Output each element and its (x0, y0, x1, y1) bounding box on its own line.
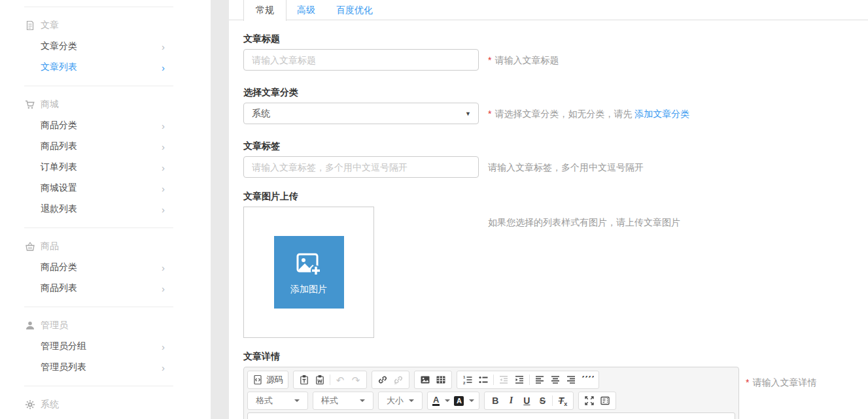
paste-text-button[interactable] (296, 372, 312, 388)
chevron-right-icon: › (162, 163, 165, 173)
main-content: 常规 高级 百度优化 文章标题 *请输入文章标题 选择文章分类 系统 (229, 0, 868, 419)
user-icon (25, 320, 35, 331)
align-right-button[interactable] (563, 372, 579, 388)
bullet-list-button[interactable] (476, 372, 491, 388)
sidebar-item-article-category[interactable]: 文章分类 › (0, 36, 211, 57)
category-select[interactable]: 系统 ▼ (243, 103, 479, 124)
increase-indent-button[interactable] (512, 372, 527, 388)
image-upload-dropzone[interactable]: 添加图片 (243, 207, 374, 338)
toolbar-group-insert (414, 371, 452, 389)
decrease-indent-button[interactable] (496, 372, 512, 388)
editor-content-area[interactable] (247, 412, 735, 419)
chevron-right-icon: › (162, 142, 165, 152)
field-hint: *请选择文章分类，如无分类，请先 添加文章分类 (488, 107, 689, 120)
blockquote-button[interactable]: ”” (579, 372, 596, 388)
sidebar-item-article-list[interactable]: 文章列表 › (0, 57, 211, 78)
section-label: 文章 (41, 20, 59, 31)
undo-icon: ↶ (336, 375, 345, 385)
toolbar-separator (529, 375, 530, 385)
sidebar-item-product-list[interactable]: 商品列表 › (0, 278, 211, 299)
item-label: 商城设置 (41, 182, 77, 194)
chevron-right-icon: › (162, 63, 165, 73)
underline-button[interactable]: U (519, 393, 534, 409)
item-label: 商品列表 (41, 141, 77, 152)
show-blocks-button[interactable] (597, 393, 613, 409)
bg-color-button[interactable]: A (452, 393, 476, 409)
paste-word-button[interactable] (312, 372, 328, 388)
svg-text:1: 1 (463, 375, 466, 379)
tab-baidu-seo[interactable]: 百度优化 (326, 0, 383, 20)
editor-toolbar-row-2: 格式 样式 大小 (247, 392, 735, 410)
form: 文章标题 *请输入文章标题 选择文章分类 系统 ▼ (229, 33, 868, 419)
chevron-right-icon: › (162, 121, 165, 131)
sidebar-item-admin-list[interactable]: 管理员列表 › (0, 357, 211, 378)
section-label: 管理员 (41, 320, 68, 331)
insert-image-button[interactable] (417, 372, 433, 388)
align-left-button[interactable] (532, 372, 547, 388)
sidebar-item-admin-group[interactable]: 管理员分组 › (0, 336, 211, 357)
article-tags-input[interactable] (243, 156, 479, 178)
tab-advanced[interactable]: 高级 (286, 0, 326, 20)
source-button[interactable]: 源码 (251, 372, 285, 388)
sidebar-section-system: 系统 (0, 394, 211, 415)
sidebar-item-refund-list[interactable]: 退款列表 › (0, 199, 211, 220)
sidebar-item-mall-settings[interactable]: 商城设置 › (0, 178, 211, 199)
section-label: 系统 (41, 399, 59, 411)
insert-table-button[interactable] (433, 372, 449, 388)
sidebar-item-goods-category[interactable]: 商品分类 › (0, 115, 211, 136)
numbered-list-button[interactable]: 12 (460, 372, 476, 388)
blockquote-icon: ”” (581, 376, 594, 384)
link-button[interactable] (375, 372, 391, 388)
item-label: 订单列表 (41, 161, 77, 173)
basket-icon (25, 241, 35, 252)
sidebar-section-articles: 文章 (0, 15, 211, 36)
indent-icon (514, 375, 525, 385)
divider (24, 386, 173, 386)
italic-icon: I (510, 395, 513, 406)
field-label: 文章标题 (243, 33, 868, 45)
item-label: 商品列表 (41, 282, 77, 294)
caret-down-icon (294, 399, 300, 402)
editor-toolbar-row-1: 源码 ↶ ↷ (247, 371, 735, 389)
sidebar-item-goods-list[interactable]: 商品列表 › (0, 136, 211, 157)
section-label: 商城 (41, 99, 59, 110)
style-dropdown[interactable]: 样式 (316, 395, 370, 407)
strikethrough-button[interactable]: S (534, 393, 550, 409)
size-dropdown[interactable]: 大小 (381, 395, 419, 407)
toolbar-group-basicstyles: B I U S Tx (484, 392, 574, 410)
field-label: 选择文章分类 (243, 86, 868, 99)
sidebar: 文章 文章分类 › 文章列表 › 商城 商品分类 › 商品列表 › 订单列表 ›… (0, 0, 211, 419)
add-image-button[interactable]: 添加图片 (274, 236, 344, 309)
svg-text:2: 2 (463, 381, 466, 385)
field-label: 文章图片上传 (243, 190, 868, 203)
sidebar-item-product-category[interactable]: 商品分类 › (0, 257, 211, 278)
remove-format-button[interactable]: Tx (555, 393, 570, 409)
toolbar-separator (493, 375, 494, 385)
show-blocks-icon (600, 395, 610, 406)
field-label: 文章标签 (243, 140, 868, 152)
italic-button[interactable]: I (503, 393, 519, 409)
sidebar-item-basic-info[interactable]: 基本信息 › (0, 415, 211, 419)
format-dropdown[interactable]: 格式 (251, 395, 305, 407)
field-hint: *请输入文章详情 (746, 367, 816, 389)
toolbar-group-links (372, 371, 409, 389)
maximize-button[interactable] (582, 393, 597, 409)
add-article-category-link[interactable]: 添加文章分类 (634, 109, 689, 119)
file-icon (25, 20, 35, 31)
field-article-detail: 文章详情 源码 (243, 350, 868, 419)
tab-general[interactable]: 常规 (243, 0, 286, 21)
bold-button[interactable]: B (487, 393, 503, 409)
caret-down-icon (360, 399, 365, 402)
caret-down-icon (469, 399, 474, 402)
unlink-button[interactable] (391, 372, 406, 388)
chevron-right-icon: › (162, 342, 165, 352)
text-color-button[interactable]: A (430, 393, 452, 409)
align-center-button[interactable] (547, 372, 563, 388)
undo-button[interactable]: ↶ (332, 372, 348, 388)
align-right-icon (566, 375, 576, 385)
outdent-icon (498, 375, 509, 385)
redo-button[interactable]: ↷ (348, 372, 364, 388)
article-title-input[interactable] (243, 49, 479, 71)
remove-format-icon: T (559, 395, 564, 406)
sidebar-item-order-list[interactable]: 订单列表 › (0, 157, 211, 178)
